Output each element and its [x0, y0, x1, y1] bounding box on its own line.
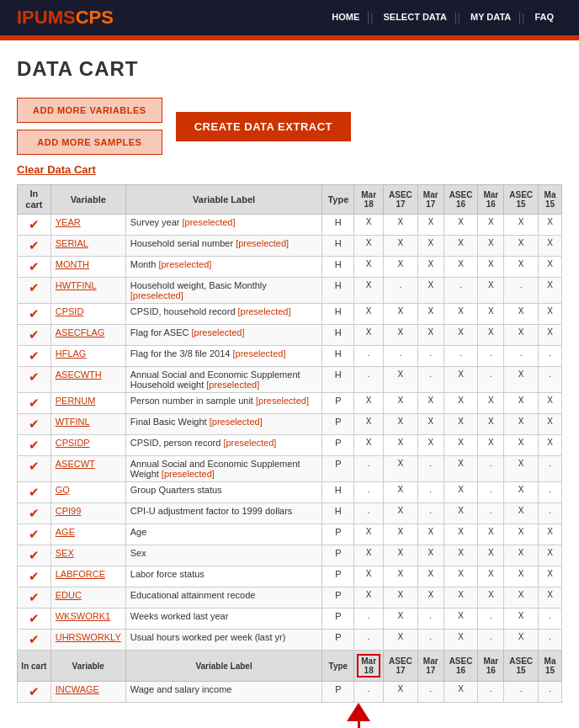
row-variable[interactable]: CPI99: [50, 503, 125, 524]
row-variable[interactable]: CPSID: [50, 304, 125, 325]
row-sample-2: .: [417, 630, 444, 651]
row-sample-3: X: [444, 325, 478, 346]
create-extract-button[interactable]: CREATE DATA EXTRACT: [176, 112, 351, 141]
row-variable[interactable]: SERIAL: [50, 236, 125, 257]
logo-cps: CPS: [76, 7, 114, 28]
nav-faq[interactable]: FAQ: [526, 12, 562, 24]
row-variable[interactable]: ASECWTH: [50, 367, 125, 393]
row-sample-1: X: [384, 236, 418, 257]
row-sample-5: X: [504, 524, 539, 545]
row-sample-5: X: [504, 393, 539, 414]
table-row: ✔EDUCEducational attainment recodePXXXXX…: [18, 587, 562, 608]
row-type: H: [322, 236, 354, 257]
row-variable[interactable]: LABFORCE: [50, 566, 125, 587]
row-variable[interactable]: HWTFINL: [50, 278, 125, 304]
clear-data-cart-link[interactable]: Clear Data Cart: [17, 163, 96, 176]
row-checkbox[interactable]: ✔: [18, 630, 51, 651]
row-sample-6: X: [539, 257, 562, 278]
row-sample-4: .: [478, 630, 504, 651]
row-checkbox[interactable]: ✔: [18, 587, 51, 608]
row-sample-1: X: [384, 608, 418, 630]
row-variable[interactable]: HFLAG: [50, 346, 125, 367]
table-row: ✔CPSIDCPSID, household record [preselect…: [18, 304, 562, 325]
col-header-variable-repeat: Variable: [50, 651, 125, 682]
row-checkbox[interactable]: ✔: [18, 346, 51, 367]
row-sample-3: X: [444, 435, 478, 456]
row-label: CPI-U adjustment factor to 1999 dollars: [125, 503, 322, 524]
row-sample-2: .: [417, 367, 444, 393]
row-variable[interactable]: PERNUM: [50, 393, 125, 414]
row-sample-0: X: [354, 524, 384, 545]
row-checkbox[interactable]: ✔: [18, 367, 51, 393]
row-checkbox[interactable]: ✔: [18, 524, 51, 545]
row-variable[interactable]: CPSIDP: [50, 435, 125, 456]
row-variable[interactable]: SEX: [50, 545, 125, 566]
row-checkbox[interactable]: ✔: [18, 257, 51, 278]
row-sample-3: X: [444, 215, 478, 236]
row-checkbox[interactable]: ✔: [18, 414, 51, 435]
row-checkbox[interactable]: ✔: [18, 608, 51, 630]
row-variable[interactable]: WKSWORK1: [50, 608, 125, 630]
row-variable[interactable]: ASECFLAG: [50, 325, 125, 346]
row-sample-2: X: [417, 257, 444, 278]
add-samples-button[interactable]: ADD MORE SAMPLES: [17, 130, 162, 155]
row-variable[interactable]: YEAR: [50, 215, 125, 236]
row-sample-0: X: [354, 545, 384, 566]
table-header-row: Incart Variable Variable Label Type Mar1…: [18, 185, 562, 215]
table-repeat-header-row: In cartVariableVariable LabelTypeMar18AS…: [18, 651, 562, 682]
col-header-asec17-repeat: ASEC17: [384, 651, 418, 682]
col-header-mar18: Mar18: [354, 185, 384, 215]
row-sample-1: X: [384, 587, 418, 608]
row-sample-1: X: [384, 367, 418, 393]
row-sample-3: X: [444, 367, 478, 393]
row-sample-2: X: [417, 414, 444, 435]
nav-select-data[interactable]: SELECT DATA: [374, 12, 455, 24]
row-variable[interactable]: ASECWT: [50, 456, 125, 482]
row-checkbox[interactable]: ✔: [18, 325, 51, 346]
row-checkbox[interactable]: ✔: [18, 278, 51, 304]
row-sample-4: .: [478, 367, 504, 393]
row-checkbox[interactable]: ✔: [18, 215, 51, 236]
row-variable[interactable]: UHRSWORKLY: [50, 630, 125, 651]
add-variables-button[interactable]: ADD MORE VARIABLES: [17, 98, 162, 123]
row-variable[interactable]: GQ: [50, 482, 125, 503]
row-checkbox[interactable]: ✔: [18, 304, 51, 325]
row-sample-6: .: [539, 682, 562, 703]
row-variable[interactable]: AGE: [50, 524, 125, 545]
main-content: DATA CART ADD MORE VARIABLES ADD MORE SA…: [0, 40, 579, 728]
row-sample-0: X: [354, 257, 384, 278]
row-checkbox[interactable]: ✔: [18, 503, 51, 524]
row-sample-1: X: [384, 304, 418, 325]
row-variable[interactable]: EDUC: [50, 587, 125, 608]
row-type: H: [322, 367, 354, 393]
nav-home[interactable]: HOME: [323, 12, 369, 24]
row-type: H: [322, 304, 354, 325]
col-header-asec17: ASEC17: [384, 185, 418, 215]
row-type: P: [322, 524, 354, 545]
row-sample-2: .: [417, 503, 444, 524]
row-checkbox[interactable]: ✔: [18, 482, 51, 503]
row-checkbox[interactable]: ✔: [18, 435, 51, 456]
row-checkbox[interactable]: ✔: [18, 236, 51, 257]
row-variable[interactable]: WTFINL: [50, 414, 125, 435]
row-checkbox[interactable]: ✔: [18, 545, 51, 566]
row-type: H: [322, 346, 354, 367]
row-sample-5: .: [504, 346, 539, 367]
nav-my-data[interactable]: MY DATA: [462, 12, 520, 24]
row-sample-0: X: [354, 393, 384, 414]
row-checkbox[interactable]: ✔: [18, 393, 51, 414]
row-sample-2: X: [417, 435, 444, 456]
row-sample-5: X: [504, 587, 539, 608]
col-header-type: Type: [322, 185, 354, 215]
row-sample-2: X: [417, 524, 444, 545]
row-variable[interactable]: MONTH: [50, 257, 125, 278]
row-checkbox[interactable]: ✔: [18, 566, 51, 587]
row-label: CPSID, person record [preselected]: [125, 435, 322, 456]
row-sample-3: .: [444, 278, 478, 304]
row-sample-6: X: [539, 215, 562, 236]
col-header-asec16-repeat: ASEC16: [444, 651, 478, 682]
row-variable[interactable]: INCWAGE: [50, 682, 125, 703]
row-checkbox[interactable]: ✔: [18, 682, 51, 703]
row-checkbox[interactable]: ✔: [18, 456, 51, 482]
table-row: ✔SEXSexPXXXXXXX: [18, 545, 562, 566]
